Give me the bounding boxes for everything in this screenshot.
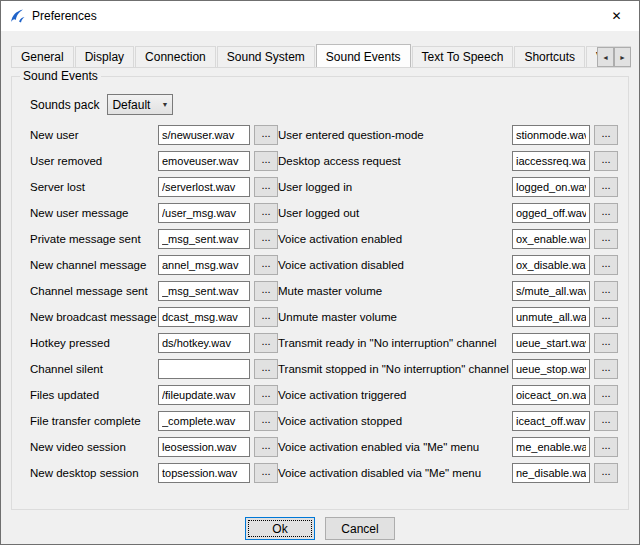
left-sound-file-input[interactable] [158,255,250,275]
tab-sound-system[interactable]: Sound System [217,46,315,67]
left-browse-button[interactable]: ... [254,229,278,249]
left-event-label: Files updated [30,389,158,401]
left-sound-file-input[interactable] [158,125,250,145]
sound-event-row: New video session ... Voice activation e… [30,437,620,457]
tab-shortcuts[interactable]: Shortcuts [514,46,585,67]
right-browse-button[interactable]: ... [594,255,618,275]
tab-scroll-left-icon[interactable]: ◄ [597,47,614,67]
left-browse-button[interactable]: ... [254,255,278,275]
left-sound-file-input[interactable] [158,281,250,301]
right-sound-file-input[interactable] [512,463,590,483]
right-browse-button[interactable]: ... [594,333,618,353]
right-browse-button[interactable]: ... [594,177,618,197]
chevron-down-icon: ▼ [157,101,172,108]
left-browse-button[interactable]: ... [254,151,278,171]
right-event-label: Transmit stopped in "No interruption" ch… [278,363,512,375]
row-left: New desktop session ... [30,463,278,483]
close-icon[interactable]: ✕ [594,1,639,31]
left-event-label: Channel silent [30,363,158,375]
left-sound-file-input[interactable] [158,385,250,405]
left-sound-file-input[interactable] [158,359,250,379]
right-sound-file-input[interactable] [512,177,590,197]
left-sound-file-input[interactable] [158,307,250,327]
left-browse-button[interactable]: ... [254,281,278,301]
right-sound-file-input[interactable] [512,281,590,301]
ok-button[interactable]: Ok [245,517,315,540]
right-browse-button[interactable]: ... [594,203,618,223]
group-title: Sound Events [20,69,101,83]
app-icon [9,8,26,25]
right-sound-file-input[interactable] [512,203,590,223]
sound-event-row: File transfer complete ... Voice activat… [30,411,620,431]
tab-general[interactable]: General [11,46,74,67]
row-right: Voice activation disabled via "Me" menu … [278,463,620,483]
sound-event-rows: New user ... User entered question-mode … [20,125,620,483]
left-event-label: Hotkey pressed [30,337,158,349]
row-right: Mute master volume ... [278,281,620,301]
row-right: Transmit ready in "No interruption" chan… [278,333,620,353]
left-event-label: New user [30,129,158,141]
right-sound-file-input[interactable] [512,229,590,249]
right-sound-file-input[interactable] [512,151,590,171]
tab-label: Text To Speech [422,50,504,64]
row-left: New user message ... [30,203,278,223]
right-browse-button[interactable]: ... [594,437,618,457]
right-browse-button[interactable]: ... [594,385,618,405]
right-sound-file-input[interactable] [512,255,590,275]
right-browse-button[interactable]: ... [594,307,618,327]
right-event-label: Mute master volume [278,285,512,297]
left-event-label: New desktop session [30,467,158,479]
left-browse-button[interactable]: ... [254,463,278,483]
right-browse-button[interactable]: ... [594,151,618,171]
cancel-button[interactable]: Cancel [325,517,395,540]
tab-display[interactable]: Display [75,46,134,67]
left-browse-button[interactable]: ... [254,437,278,457]
row-right: User logged out ... [278,203,620,223]
right-sound-file-input[interactable] [512,125,590,145]
right-sound-file-input[interactable] [512,333,590,353]
left-sound-file-input[interactable] [158,437,250,457]
sounds-pack-select[interactable]: Default ▼ [107,94,173,115]
left-browse-button[interactable]: ... [254,359,278,379]
right-browse-button[interactable]: ... [594,125,618,145]
left-sound-file-input[interactable] [158,333,250,353]
tab-sound-events[interactable]: Sound Events [316,44,411,68]
right-browse-button[interactable]: ... [594,281,618,301]
left-browse-button[interactable]: ... [254,203,278,223]
tab-label: Display [85,50,124,64]
left-sound-file-input[interactable] [158,151,250,171]
sound-event-row: Channel silent ... Transmit stopped in "… [30,359,620,379]
left-browse-button[interactable]: ... [254,307,278,327]
right-sound-file-input[interactable] [512,385,590,405]
row-right: Voice activation enabled ... [278,229,620,249]
left-browse-button[interactable]: ... [254,411,278,431]
right-event-label: Voice activation disabled [278,259,512,271]
right-sound-file-input[interactable] [512,411,590,431]
left-browse-button[interactable]: ... [254,385,278,405]
left-sound-file-input[interactable] [158,203,250,223]
row-left: New broadcast message ... [30,307,278,327]
left-sound-file-input[interactable] [158,463,250,483]
right-browse-button[interactable]: ... [594,411,618,431]
left-browse-button[interactable]: ... [254,333,278,353]
right-event-label: Voice activation triggered [278,389,512,401]
tab-connection[interactable]: Connection [135,46,216,67]
left-sound-file-input[interactable] [158,229,250,249]
right-sound-file-input[interactable] [512,307,590,327]
right-browse-button[interactable]: ... [594,359,618,379]
row-right: Desktop access request ... [278,151,620,171]
right-sound-file-input[interactable] [512,359,590,379]
right-browse-button[interactable]: ... [594,463,618,483]
sound-event-row: New broadcast message ... Unmute master … [30,307,620,327]
right-browse-button[interactable]: ... [594,229,618,249]
row-left: User removed ... [30,151,278,171]
left-sound-file-input[interactable] [158,177,250,197]
right-sound-file-input[interactable] [512,437,590,457]
tab-text-to-speech[interactable]: Text To Speech [412,46,514,67]
left-browse-button[interactable]: ... [254,177,278,197]
left-browse-button[interactable]: ... [254,125,278,145]
left-sound-file-input[interactable] [158,411,250,431]
row-left: File transfer complete ... [30,411,278,431]
sound-event-row: New channel message ... Voice activation… [30,255,620,275]
tab-scroll-right-icon[interactable]: ► [614,47,631,67]
